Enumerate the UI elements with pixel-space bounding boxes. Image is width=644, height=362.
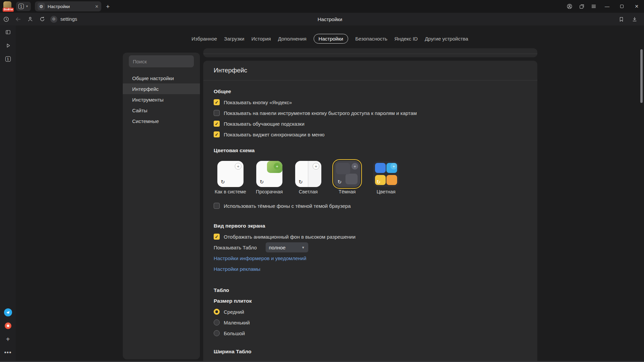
checkbox-row-sync-widget[interactable]: ✓ Показывать виджет синхронизации в меню (214, 129, 527, 140)
ads-settings-link[interactable]: Настройки рекламы (214, 266, 260, 272)
profile-person-icon[interactable] (24, 13, 36, 25)
browser-tab-settings[interactable]: ⚙ Настройки ✕ (35, 1, 101, 11)
theme-option-light[interactable]: + ↻ Светлая (289, 161, 328, 194)
theme-option-system[interactable]: + ↻ Как в системе (211, 161, 250, 194)
checkbox-row-tips[interactable]: ✓ Показывать обучающие подсказки (214, 118, 527, 129)
navtab-security[interactable]: Безопасность (355, 36, 387, 42)
refresh-icon: ↻ (221, 179, 225, 184)
plus-icon: + (235, 163, 241, 170)
section-title-first-screen: Вид первого экрана (214, 221, 527, 231)
navtab-other-devices[interactable]: Другие устройства (425, 36, 468, 42)
checkbox-checked-icon[interactable]: ✓ (214, 121, 220, 127)
profile-circle-icon[interactable] (564, 0, 576, 13)
toolbar: ⚙ settings Настройки (0, 13, 644, 25)
tab-title: Настройки (48, 4, 92, 9)
plus-icon: + (352, 163, 358, 170)
gear-icon: ⚙ (38, 3, 45, 10)
theme-option-transparent[interactable]: + ↻ Прозрачная (250, 161, 289, 194)
theme-tile-colorful[interactable]: + ↻ (373, 161, 399, 187)
section-title-tablo-width: Ширина Табло (214, 346, 527, 357)
navtab-extensions[interactable]: Дополнения (278, 36, 307, 42)
tablo-mode-select[interactable]: полное ▼ (266, 242, 308, 252)
telegram-icon[interactable] (0, 306, 16, 319)
address-bar[interactable]: ⚙ settings (50, 16, 77, 23)
tab-count-icon: 1 (18, 4, 24, 9)
checkbox-checked-icon[interactable]: ✓ (214, 99, 220, 105)
radio-unselected-icon[interactable] (214, 319, 220, 325)
radio-selected-icon[interactable] (214, 309, 220, 315)
sidebar-item-sites[interactable]: Сайты (123, 105, 200, 116)
new-tab-button[interactable]: + (106, 3, 110, 10)
navtab-downloads[interactable]: Загрузки (224, 36, 244, 42)
radio-row-small[interactable]: Маленький (214, 317, 527, 328)
sidebar-list: Общие настройки Интерфейс Инструменты Са… (123, 73, 200, 126)
back-button[interactable] (12, 13, 24, 25)
settings-sidebar: Общие настройки Интерфейс Инструменты Са… (123, 53, 200, 359)
checkbox-row-dark-backgrounds[interactable]: Использовать тёмные фоны с тёмной темой … (214, 200, 527, 211)
checkbox-unchecked-icon[interactable] (214, 203, 220, 209)
refresh-icon: ↻ (299, 179, 303, 184)
theme-tile-light[interactable]: + ↻ (295, 161, 321, 187)
previous-card-fragment (203, 48, 537, 57)
checkbox-row-hd-background[interactable]: ✓ Отображать анимационный фон в высоком … (214, 231, 527, 242)
link-row-ads: Настройки рекламы (214, 263, 527, 274)
navtab-yandex-id[interactable]: Яндекс ID (394, 36, 418, 42)
quadrant-orange (386, 175, 397, 185)
theme-option-colorful[interactable]: + ↻ Цветная (367, 161, 406, 194)
reload-icon[interactable] (36, 13, 48, 25)
plus-icon: + (313, 163, 319, 170)
checkbox-row-quick-access[interactable]: Показывать на панели инструментов кнопку… (214, 108, 527, 118)
history-clock-icon[interactable] (0, 13, 12, 25)
theme-tile-transparent[interactable]: + ↻ (256, 161, 282, 187)
profile-login-button[interactable]: Войти (3, 1, 13, 11)
checkbox-row-yandex-button[interactable]: ✓ Показывать кнопку «Яндекс» (214, 97, 527, 108)
sidebar-item-system[interactable]: Системные (123, 116, 200, 126)
tab-counter-icon[interactable]: 1 (0, 52, 16, 66)
tablo-display-row: Показывать Табло полное ▼ (214, 242, 527, 253)
play-video-icon[interactable] (0, 39, 16, 52)
add-panel-icon[interactable]: + (0, 333, 16, 346)
address-text[interactable]: settings (60, 16, 77, 22)
downloads-icon[interactable] (629, 13, 641, 25)
sidebar-item-general[interactable]: Общие настройки (123, 73, 200, 83)
close-tab-icon[interactable]: ✕ (95, 4, 99, 9)
scrollbar-thumb[interactable] (640, 49, 643, 103)
radio-row-large[interactable]: Большой (214, 328, 527, 339)
section-title-tile-size: Размер плиток (214, 296, 527, 306)
close-window-button[interactable]: ✕ (629, 0, 644, 13)
panels-sidebar-icon[interactable] (0, 25, 16, 39)
maximize-button[interactable] (614, 0, 629, 13)
bookmark-flag-icon[interactable] (615, 13, 627, 25)
section-title-tablo: Табло (214, 285, 527, 296)
refresh-icon: ↻ (376, 179, 381, 184)
theme-option-dark[interactable]: + ↻ Тёмная (328, 161, 367, 194)
tab-group-button[interactable]: 1 ▼ (16, 2, 31, 11)
login-badge[interactable]: Войти (3, 8, 14, 12)
radio-row-medium[interactable]: Средний (214, 306, 527, 317)
tab-panels-icon[interactable] (576, 0, 588, 13)
more-options-icon[interactable]: ••• (0, 346, 16, 359)
record-icon[interactable] (0, 319, 16, 333)
settings-nav-tabs: Избранное Загрузки История Дополнения На… (16, 34, 644, 44)
sidebar-item-interface[interactable]: Интерфейс (123, 83, 200, 94)
chevron-down-icon: ▼ (25, 5, 29, 8)
theme-tile-dark-selected[interactable]: + ↻ (334, 161, 360, 187)
checkbox-checked-icon[interactable]: ✓ (214, 234, 220, 240)
navtab-favorites[interactable]: Избранное (192, 36, 217, 42)
checkbox-unchecked-icon[interactable] (214, 110, 220, 116)
plus-icon: + (390, 163, 397, 170)
divider (203, 54, 537, 54)
navtab-settings[interactable]: Настройки (314, 34, 348, 44)
settings-main-column: Интерфейс Общее ✓ Показывать кнопку «Янд… (203, 48, 537, 362)
informers-settings-link[interactable]: Настройки информеров и уведомлений (214, 255, 306, 261)
minimize-button[interactable]: — (600, 0, 614, 13)
link-row-informers: Настройки информеров и уведомлений (214, 253, 527, 263)
search-input[interactable] (129, 55, 194, 67)
theme-tile-system[interactable]: + ↻ (217, 161, 244, 187)
plus-icon: + (274, 163, 280, 170)
navtab-history[interactable]: История (251, 36, 271, 42)
checkbox-checked-icon[interactable]: ✓ (214, 131, 220, 137)
sidebar-item-tools[interactable]: Инструменты (123, 94, 200, 105)
menu-hamburger-icon[interactable] (588, 0, 600, 13)
radio-unselected-icon[interactable] (214, 330, 220, 336)
